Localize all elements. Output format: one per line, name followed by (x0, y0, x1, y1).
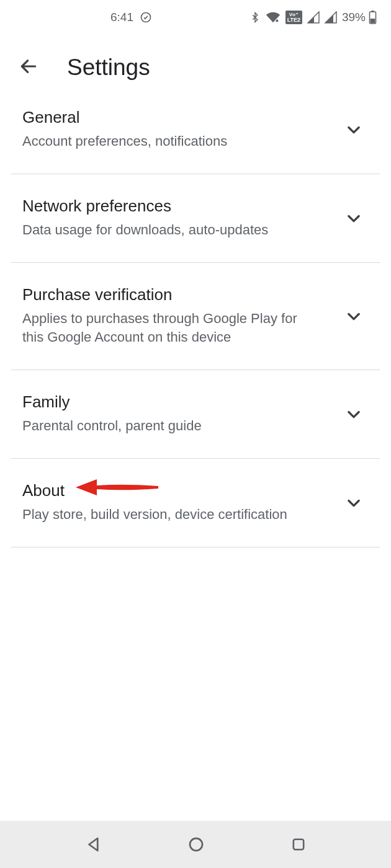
row-title: Network preferences (22, 197, 339, 216)
row-title: Purchase verification (22, 285, 339, 304)
wifi-icon (266, 11, 281, 24)
settings-row-about[interactable]: About Play store, build version, device … (11, 459, 380, 547)
chevron-down-icon (339, 121, 362, 138)
row-subtitle: Account preferences, notifications (22, 132, 320, 151)
nav-recent-button[interactable] (290, 836, 307, 853)
settings-row-general[interactable]: General Account preferences, notificatio… (11, 94, 380, 174)
page-title: Settings (67, 55, 150, 81)
battery-percentage: 39% (342, 11, 366, 24)
nav-home-button[interactable] (187, 835, 205, 854)
settings-row-purchase-verification[interactable]: Purchase verification Applies to purchas… (11, 263, 380, 371)
status-time: 6:41 (110, 11, 133, 24)
svg-text:R: R (315, 19, 318, 23)
status-bar: 6:41 Vo″ LTE2 R (0, 0, 391, 35)
cell-signal-2-icon (325, 11, 337, 24)
row-title: Family (22, 392, 339, 412)
system-nav-bar (0, 821, 391, 868)
row-subtitle: Applies to purchases through Google Play… (22, 309, 320, 348)
svg-rect-4 (372, 11, 374, 12)
nav-back-button[interactable] (84, 835, 103, 854)
chevron-down-icon (339, 405, 362, 423)
chevron-down-icon (339, 494, 362, 512)
battery-icon (368, 10, 377, 25)
chevron-down-icon (339, 210, 362, 227)
row-title: About (22, 481, 339, 500)
settings-row-network-preferences[interactable]: Network preferences Data usage for downl… (11, 174, 380, 263)
row-subtitle: Data usage for downloads, auto-updates (22, 221, 320, 240)
svg-rect-5 (371, 19, 375, 23)
back-button[interactable] (19, 56, 38, 79)
settings-list: General Account preferences, notificatio… (0, 94, 391, 547)
row-subtitle: Play store, build version, device certif… (22, 505, 320, 525)
volte-badge-icon: Vo″ LTE2 (285, 11, 302, 24)
settings-row-family[interactable]: Family Parental control, parent guide (11, 370, 380, 459)
check-circle-icon (140, 11, 152, 24)
row-title: General (22, 108, 339, 127)
app-bar: Settings (0, 35, 391, 94)
bluetooth-icon (249, 10, 261, 25)
svg-point-6 (190, 838, 202, 851)
svg-rect-7 (293, 839, 303, 849)
svg-point-1 (276, 19, 278, 22)
cell-signal-1-icon: R (307, 11, 320, 24)
chevron-down-icon (339, 308, 362, 325)
row-subtitle: Parental control, parent guide (22, 417, 320, 436)
